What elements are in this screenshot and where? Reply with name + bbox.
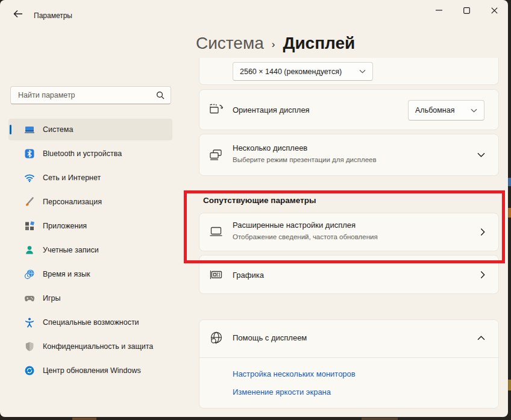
chevron-down-icon[interactable] <box>477 152 485 157</box>
sidebar-nav: Система Bluetooth и устройства Сеть <box>8 119 172 384</box>
chevron-down-icon <box>471 108 477 113</box>
accounts-icon <box>24 245 35 255</box>
sidebar-item-label: Сеть и Интернет <box>43 174 101 182</box>
back-arrow-icon <box>13 10 23 18</box>
breadcrumb: Система › Дисплей <box>196 34 355 53</box>
display-orientation-icon <box>208 102 224 117</box>
desktop-edge-fragment <box>508 380 511 390</box>
sidebar-item-label: Приложения <box>43 222 87 230</box>
close-icon <box>491 7 498 14</box>
help-globe-icon <box>208 331 224 345</box>
link-setup-multiple-monitors[interactable]: Настройка нескольких мониторов <box>233 369 356 378</box>
multiple-displays-title: Несколько дисплеев <box>233 143 307 152</box>
orientation-card: Ориентация дисплея Альбомная <box>199 89 499 130</box>
windows-update-icon <box>24 365 35 376</box>
sidebar-item-gaming[interactable]: Игры <box>8 287 172 309</box>
maximize-button[interactable] <box>453 0 480 20</box>
back-button[interactable] <box>8 5 28 23</box>
sidebar-item-privacy[interactable]: Конфиденциальность и защита <box>8 336 172 357</box>
graphics-icon <box>208 268 224 282</box>
help-card: Помощь с дисплеем Настройка нескольких м… <box>199 319 499 409</box>
page-title: Дисплей <box>283 34 355 53</box>
sidebar-item-time-language[interactable]: Время и язык <box>8 263 172 285</box>
sidebar-item-label: Bluetooth и устройства <box>43 149 122 158</box>
search-icon[interactable] <box>156 91 165 99</box>
sidebar-item-windows-update[interactable]: Центр обновления Windows <box>8 360 172 381</box>
sidebar-item-accounts[interactable]: Учетные записи <box>8 239 172 261</box>
privacy-icon <box>24 341 35 352</box>
sidebar-item-label: Учетные записи <box>43 246 99 254</box>
sidebar-item-system[interactable]: Система <box>8 119 172 140</box>
close-button[interactable] <box>480 0 508 20</box>
desktop-edge-fragment <box>72 418 96 420</box>
sidebar-item-label: Персонализация <box>43 198 102 206</box>
chevron-up-icon[interactable] <box>477 336 485 340</box>
breadcrumb-separator: › <box>272 39 275 51</box>
advanced-display-title: Расширенные настройки дисплея <box>233 221 356 230</box>
chevron-right-icon[interactable] <box>480 228 485 236</box>
caption-buttons <box>425 0 508 20</box>
bluetooth-icon <box>24 148 35 159</box>
resolution-card: 2560 × 1440 (рекомендуется) <box>199 58 499 85</box>
personalization-icon <box>24 196 35 207</box>
orientation-dropdown[interactable]: Альбомная <box>408 100 484 121</box>
sidebar-item-label: Игры <box>43 294 60 302</box>
sidebar-item-apps[interactable]: Приложения <box>8 215 172 237</box>
apps-icon <box>24 221 35 231</box>
multiple-displays-subtitle: Выберите режим презентации для дисплеев <box>233 156 377 163</box>
settings-window: Параметры <box>0 0 508 417</box>
orientation-label: Ориентация дисплея <box>233 105 310 114</box>
gaming-icon <box>24 293 35 304</box>
sidebar-item-label: Конфиденциальность и защита <box>43 342 153 351</box>
resolution-dropdown[interactable]: 2560 × 1440 (рекомендуется) <box>233 62 373 81</box>
sidebar-item-label: Специальные возможности <box>43 318 139 327</box>
multiple-displays-icon <box>208 148 224 162</box>
search-box <box>10 86 171 104</box>
titlebar: Параметры <box>0 0 508 27</box>
multiple-displays-card[interactable]: Несколько дисплеев Выберите режим презен… <box>199 134 499 176</box>
desktop-edge-fragment <box>508 208 511 218</box>
help-card-title: Помощь с дисплеем <box>233 333 307 342</box>
sidebar-item-personalization[interactable]: Персонализация <box>8 191 172 213</box>
network-icon <box>24 172 35 183</box>
system-icon <box>24 124 35 135</box>
graphics-title: Графика <box>233 270 264 279</box>
sidebar-item-accessibility[interactable]: Специальные возможности <box>8 312 172 333</box>
app-title: Параметры <box>34 11 72 20</box>
orientation-dropdown-value: Альбомная <box>415 106 454 114</box>
sidebar-item-bluetooth[interactable]: Bluetooth и устройства <box>8 143 172 165</box>
graphics-card[interactable]: Графика <box>199 255 499 294</box>
desktop-edge-fragment <box>508 178 511 186</box>
maximize-icon <box>463 7 470 14</box>
sidebar-item-label: Время и язык <box>43 270 90 278</box>
sidebar-item-label: Система <box>43 125 73 134</box>
sidebar-item-network[interactable]: Сеть и Интернет <box>8 167 172 189</box>
minimize-icon <box>436 10 442 11</box>
chevron-right-icon[interactable] <box>480 271 485 278</box>
sidebar-item-label: Центр обновления Windows <box>43 366 141 375</box>
resolution-dropdown-value: 2560 × 1440 (рекомендуется) <box>240 67 342 76</box>
accessibility-icon <box>24 317 35 328</box>
advanced-display-card[interactable]: Расширенные настройки дисплея Отображени… <box>199 213 499 251</box>
desktop-edge-fragment <box>362 418 398 420</box>
related-settings-header: Сопутствующие параметры <box>203 196 316 205</box>
divider <box>199 357 498 358</box>
advanced-display-icon <box>208 225 224 239</box>
search-input[interactable] <box>11 91 156 99</box>
chevron-down-icon <box>359 69 366 74</box>
link-change-brightness[interactable]: Изменение яркости экрана <box>233 387 331 396</box>
breadcrumb-parent[interactable]: Система <box>196 34 264 53</box>
time-language-icon <box>24 269 35 280</box>
advanced-display-subtitle: Отображение сведений, частота обновления <box>233 233 378 240</box>
minimize-button[interactable] <box>425 0 453 20</box>
selection-accent-bar <box>10 125 11 134</box>
